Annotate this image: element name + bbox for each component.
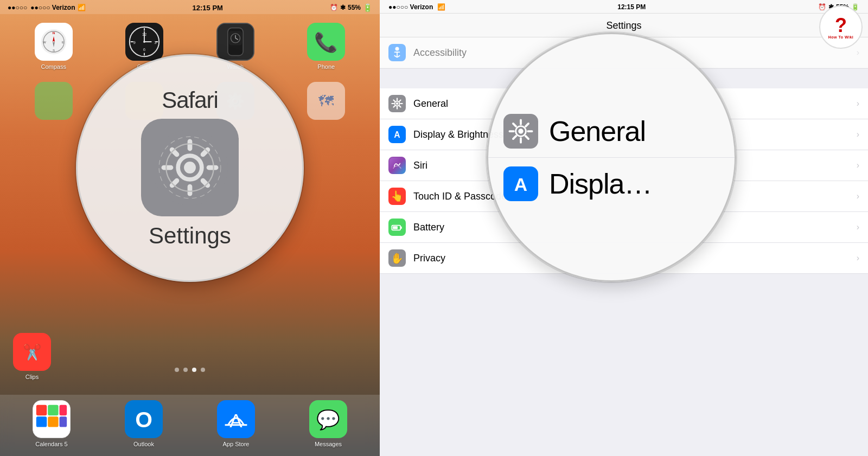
messages-icon-img: 💬: [309, 400, 347, 438]
dock: Calendars 5 O Outlook A App St: [0, 395, 380, 456]
svg-text:E: E: [62, 40, 64, 44]
magnifier-safari-label: Safari: [162, 87, 218, 113]
dock-outlook[interactable]: O Outlook: [101, 400, 187, 447]
app-clips[interactable]: ✂️ Clips: [13, 333, 51, 380]
clips-row: ✂️ Clips: [13, 333, 51, 380]
general-icon: [388, 95, 406, 112]
left-status-right: ⏰ ✱ 55% 🔋: [330, 3, 372, 12]
maps-icon: 🗺: [318, 92, 334, 110]
settings-carrier: ●●○○○ Verizon 📶: [388, 3, 445, 11]
svg-text:✋: ✋: [391, 252, 404, 265]
watermark-text: How To Wiki: [828, 35, 854, 39]
svg-text:3: 3: [154, 40, 156, 45]
watermark: ? How To Wiki: [819, 5, 863, 49]
svg-point-63: [396, 102, 398, 105]
svg-point-31: [184, 162, 196, 174]
wifi-icon: 📶: [78, 4, 86, 11]
right-panel: ●●○○○ Verizon 📶 12:15 PM ⏰ ✱ 55% 🔋 Setti…: [380, 0, 868, 456]
siri-chevron: ›: [857, 160, 859, 170]
watch-icon-img: [216, 23, 254, 61]
svg-point-56: [395, 47, 399, 51]
svg-text:💬: 💬: [316, 408, 340, 431]
magnifier-general-row: General: [488, 105, 735, 158]
compass-svg: N S W E: [41, 29, 67, 55]
general-gear-svg: [390, 96, 405, 111]
phone-svg: 📞: [308, 23, 344, 60]
privacy-icon: ✋: [388, 249, 406, 267]
svg-text:A: A: [514, 174, 527, 195]
left-status-time: 12:15 PM: [193, 4, 223, 12]
appstore-svg: A: [218, 401, 254, 438]
svg-text:6: 6: [143, 47, 145, 52]
siri-svg: [390, 158, 405, 173]
app-maps[interactable]: 🗺: [286, 82, 367, 120]
dock-appstore[interactable]: A App Store: [193, 400, 279, 447]
svg-text:👆: 👆: [391, 190, 404, 202]
svg-text:N: N: [53, 31, 55, 35]
wifi-right: 📶: [437, 3, 445, 11]
svg-text:W: W: [43, 40, 46, 44]
accessibility-svg: [390, 45, 405, 60]
magnifier-settings-label: Settings: [149, 223, 231, 249]
svg-text:9: 9: [133, 40, 136, 45]
clock-svg: 12 6 9 3: [126, 23, 163, 60]
maps-img: 🗺: [307, 82, 345, 120]
mag-display-icon: A: [503, 166, 538, 201]
battery-icon-row: [388, 219, 406, 236]
mag-general-label: General: [549, 115, 646, 147]
dock-messages[interactable]: 💬 Messages: [285, 400, 371, 447]
battery-icon: 🔋: [363, 3, 372, 12]
svg-rect-80: [393, 226, 398, 229]
touchid-chevron: ›: [857, 191, 859, 201]
svg-rect-47: [60, 405, 67, 415]
calendars-svg: [33, 401, 70, 438]
display-chevron: ›: [857, 130, 859, 139]
privacy-svg: ✋: [390, 251, 405, 266]
compass-icon-img: N S W E: [35, 23, 73, 61]
magnifier-right: General A Displa…: [487, 33, 736, 282]
svg-rect-44: [48, 405, 58, 415]
settings-gear-large: [152, 130, 228, 205]
carrier-name: ●●○○○ Verizon: [30, 4, 75, 11]
page-dots: [0, 362, 380, 377]
clock-icon-img: 12 6 9 3: [125, 23, 163, 61]
signal-dots-right: ●●○○○ Verizon: [388, 3, 433, 11]
battery-svg: [390, 220, 405, 235]
svg-text:S: S: [53, 48, 55, 52]
placeholder1-img: [35, 82, 73, 120]
display-svg: A: [390, 127, 405, 142]
display-icon: A: [388, 126, 406, 143]
svg-point-85: [518, 129, 523, 133]
siri-icon: [388, 157, 406, 174]
accessibility-icon: [388, 44, 406, 61]
dot-2: [183, 368, 188, 372]
dock-calendars[interactable]: Calendars 5: [9, 400, 94, 447]
svg-rect-48: [60, 416, 67, 427]
accessibility-chevron: ›: [857, 48, 859, 57]
svg-rect-43: [36, 405, 47, 415]
left-panel: ●●○○○ ●●○○○ Verizon 📶 12:15 PM ⏰ ✱ 55% 🔋…: [0, 0, 380, 456]
alarm-icon: ⏰: [330, 4, 338, 11]
settings-time: 12:15 PM: [617, 3, 646, 11]
phone-label: Phone: [317, 63, 335, 70]
clips-icon: ✂️: [23, 343, 42, 361]
watermark-question: ?: [835, 16, 847, 35]
svg-text:O: O: [135, 407, 152, 432]
app-phone[interactable]: 📞 Phone: [286, 23, 367, 70]
svg-rect-79: [400, 227, 402, 229]
clips-icon-img: ✂️: [13, 333, 51, 371]
app-placeholder1[interactable]: [13, 82, 94, 120]
app-compass[interactable]: N S W E Compass: [13, 23, 94, 70]
calendars-icon-img: [33, 400, 71, 438]
outlook-icon-img: O: [125, 400, 163, 438]
appstore-icon-img: A: [217, 400, 255, 438]
touchid-svg: 👆: [390, 189, 405, 204]
left-status-carrier: ●●○○○ ●●○○○ Verizon 📶: [8, 4, 86, 11]
settings-status-bar: ●●○○○ Verizon 📶 12:15 PM ⏰ ✱ 55% 🔋: [380, 0, 868, 14]
bluetooth-icon: ✱: [340, 4, 346, 11]
clips-label: Clips: [25, 374, 39, 380]
magnifier-display-row: A Displa…: [488, 158, 735, 210]
phone-icon-img: 📞: [307, 23, 345, 61]
svg-text:12: 12: [142, 32, 147, 37]
outlook-svg: O: [125, 401, 162, 438]
